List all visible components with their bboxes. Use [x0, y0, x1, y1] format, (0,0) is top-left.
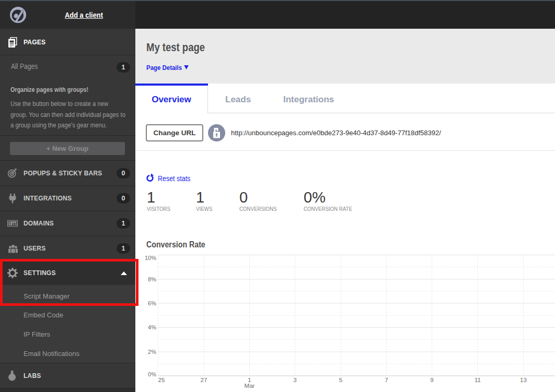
svg-text:8%: 8% — [148, 276, 156, 282]
svg-text:6%: 6% — [148, 300, 156, 306]
svg-text:7: 7 — [385, 377, 388, 383]
svg-text:2%: 2% — [148, 349, 156, 355]
svg-text:11: 11 — [475, 377, 481, 383]
svg-text:9: 9 — [430, 377, 433, 383]
svg-text:10%: 10% — [145, 255, 156, 261]
svg-text:3: 3 — [293, 377, 296, 383]
svg-text:0%: 0% — [148, 371, 156, 377]
svg-text:13: 13 — [520, 377, 527, 383]
svg-text:25: 25 — [158, 377, 165, 383]
svg-text:27: 27 — [201, 377, 207, 383]
svg-text:W: W — [11, 221, 16, 227]
svg-text:Mar: Mar — [245, 383, 255, 389]
svg-text:5: 5 — [339, 377, 342, 383]
svg-text:4%: 4% — [148, 324, 156, 330]
